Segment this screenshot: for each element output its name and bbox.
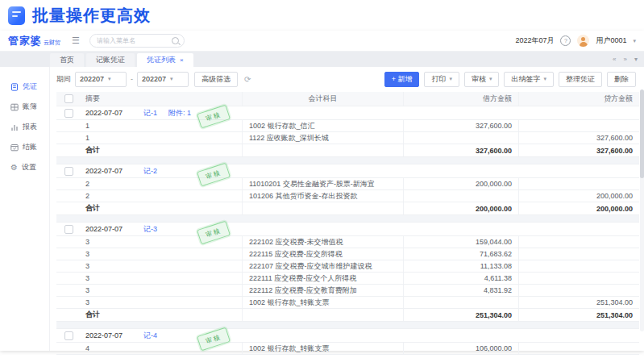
cell-account: 11010201 交易性金融资产-股票-新海宜 bbox=[242, 178, 403, 189]
group-total-row: 合计200,000.00200,000.00 bbox=[56, 202, 639, 215]
tab-voucher-entry[interactable]: 记账凭证 bbox=[86, 53, 135, 67]
voucher-row: 31002 银行存款_转账支票251,304.00 bbox=[56, 297, 639, 309]
cell-debit: 4,611.38 bbox=[403, 273, 518, 284]
total-debit: 327,600.00 bbox=[403, 144, 518, 156]
group-checkbox-cell bbox=[56, 331, 81, 340]
user-menu[interactable]: 用户0001 bbox=[596, 35, 626, 46]
tab-home[interactable]: 首页 bbox=[50, 53, 84, 67]
cell-account: 222115 应交税费-应交所得税 bbox=[242, 248, 403, 260]
cashier-sign-label: 出纳签字 bbox=[511, 74, 540, 85]
arrange-voucher-button[interactable]: 整理凭证 bbox=[559, 72, 602, 87]
sidebar-item-closing[interactable]: 结账 bbox=[0, 137, 49, 157]
cell-account: 101206 其他货币资金-存出投资款 bbox=[242, 190, 403, 202]
audit-button[interactable]: 审核 ▾ bbox=[464, 72, 500, 87]
delete-button[interactable]: 删除 bbox=[607, 72, 636, 87]
cell-account: 222111 应交税费-应交个人所得税 bbox=[242, 273, 403, 284]
refresh-icon[interactable]: ⟳ bbox=[244, 75, 251, 84]
voucher-row: 3222107 应交税费-应交城市维护建设税11,133.08 bbox=[56, 260, 639, 273]
menu-search-input[interactable] bbox=[95, 36, 172, 45]
voucher-number-link[interactable]: 记-3 bbox=[143, 224, 157, 235]
menu-search[interactable] bbox=[89, 34, 185, 48]
sidebar-item-settings[interactable]: ⚙ 设置 bbox=[0, 157, 49, 177]
scrollbar-thumb[interactable] bbox=[640, 90, 644, 178]
total-credit: 327,600.00 bbox=[518, 144, 639, 156]
voucher-row: 41002 银行存款_转账支票106,000.00 bbox=[56, 343, 639, 355]
group-checkbox[interactable] bbox=[64, 109, 73, 118]
avatar[interactable] bbox=[577, 35, 589, 47]
closing-icon bbox=[10, 144, 19, 152]
tab-menu-icon[interactable]: ▾ bbox=[634, 56, 638, 63]
period-to-select[interactable]: 202207 ▾ bbox=[137, 72, 189, 87]
tab-label: 记账凭证 bbox=[96, 55, 125, 65]
cell-debit: 4,831.92 bbox=[403, 285, 518, 296]
chevron-down-icon: ▾ bbox=[543, 76, 546, 82]
group-separator bbox=[56, 157, 639, 164]
print-button[interactable]: 打印 ▾ bbox=[424, 72, 459, 87]
brand-logo-main: 管家婆 bbox=[8, 34, 42, 48]
column-header-summary: 摘要 bbox=[81, 94, 242, 104]
voucher-number-link[interactable]: 记-2 bbox=[143, 166, 157, 177]
column-header-credit: 贷方金额 bbox=[518, 92, 639, 106]
total-label: 合计 bbox=[81, 203, 242, 214]
voucher-row: 11122 应收账款_深圳长城327,600.00 bbox=[56, 132, 639, 144]
total-label: 合计 bbox=[81, 310, 242, 320]
voucher-row: 3222115 应交税费-应交所得税71,683.62 bbox=[56, 248, 639, 260]
sidebar-item-label: 结账 bbox=[23, 142, 37, 152]
chevron-down-icon: ▾ bbox=[170, 76, 173, 82]
current-period[interactable]: 2022年07月 bbox=[515, 35, 554, 46]
group-checkbox[interactable] bbox=[64, 167, 73, 176]
advanced-filter-button[interactable]: 高级筛选 bbox=[194, 72, 238, 87]
delete-label: 删除 bbox=[614, 74, 629, 85]
voucher-icon bbox=[10, 83, 19, 91]
group-checkbox[interactable] bbox=[64, 331, 73, 340]
cell-summary: 2 bbox=[81, 192, 242, 200]
voucher-group-header: 2022-07-07记-3审核 bbox=[56, 223, 639, 236]
cashier-sign-button[interactable]: 出纳签字 ▾ bbox=[504, 72, 554, 87]
cell-account: 222112 应交税费-应交教育费附加 bbox=[242, 285, 403, 296]
app-topbar: 管家婆 云财贸 ☰ 2022年07月 ? 用户0001 ▾ bbox=[0, 31, 644, 52]
sidebar-item-report[interactable]: 报表 bbox=[0, 117, 49, 137]
period-to-value: 202207 bbox=[142, 75, 166, 83]
voucher-row: 2101206 其他货币资金-存出投资款200,000.00 bbox=[56, 190, 639, 202]
voucher-list-panel: 期间 202207 ▾ - 202207 ▾ 高级筛选 ⟳ bbox=[50, 67, 644, 351]
sidebar-item-voucher[interactable]: 凭证 bbox=[0, 77, 49, 97]
group-separator bbox=[56, 215, 639, 223]
page-title: 批量操作更高效 bbox=[32, 5, 151, 27]
brand-logo[interactable]: 管家婆 云财贸 bbox=[8, 34, 60, 48]
tab-scroll-left-icon[interactable]: « bbox=[613, 56, 616, 63]
select-all-checkbox[interactable] bbox=[64, 94, 73, 103]
app-window: 管家婆 云财贸 ☰ 2022年07月 ? 用户0001 ▾ 首页 记账凭证 bbox=[0, 31, 644, 350]
note-icon bbox=[8, 6, 25, 25]
search-icon bbox=[172, 37, 179, 44]
cell-credit bbox=[518, 285, 639, 296]
voucher-date: 2022-07-07 bbox=[85, 109, 123, 117]
ledger-icon bbox=[10, 103, 19, 111]
group-checkbox-cell bbox=[56, 167, 81, 176]
cell-debit: 200,000.00 bbox=[403, 178, 518, 189]
group-checkbox[interactable] bbox=[64, 225, 73, 234]
tab-voucher-list[interactable]: 凭证列表 × bbox=[137, 53, 193, 67]
cell-account: 1122 应收账款_深圳长城 bbox=[242, 132, 403, 144]
cell-account: 1002 银行存款_信汇 bbox=[242, 120, 403, 131]
cell-credit bbox=[518, 260, 639, 272]
help-icon[interactable]: ? bbox=[560, 35, 571, 46]
voucher-number-link[interactable]: 记-4 bbox=[143, 331, 157, 341]
tab-scroll-right-icon[interactable]: » bbox=[624, 56, 627, 63]
close-icon[interactable]: × bbox=[180, 56, 184, 64]
settings-icon: ⚙ bbox=[10, 164, 18, 171]
voucher-date: 2022-07-07 bbox=[85, 167, 123, 175]
tab-label: 凭证列表 bbox=[147, 55, 176, 65]
cell-credit bbox=[518, 236, 639, 248]
hamburger-menu-icon[interactable]: ☰ bbox=[72, 35, 80, 46]
voucher-number-link[interactable]: 记-1 bbox=[143, 108, 157, 119]
period-from-select[interactable]: 202207 ▾ bbox=[75, 72, 127, 87]
group-info: 2022-07-07记-4审核 bbox=[81, 329, 639, 342]
total-account-placeholder bbox=[242, 309, 403, 321]
cell-summary: 3 bbox=[81, 262, 242, 270]
add-voucher-button[interactable]: + 新增 bbox=[384, 72, 420, 87]
cell-debit bbox=[403, 297, 518, 308]
sidebar-item-ledger[interactable]: 账簿 bbox=[0, 97, 49, 117]
scrollbar-track[interactable] bbox=[640, 90, 644, 331]
attachment-link[interactable]: 附件: 1 bbox=[168, 108, 191, 119]
column-header-debit: 借方金额 bbox=[403, 92, 518, 106]
